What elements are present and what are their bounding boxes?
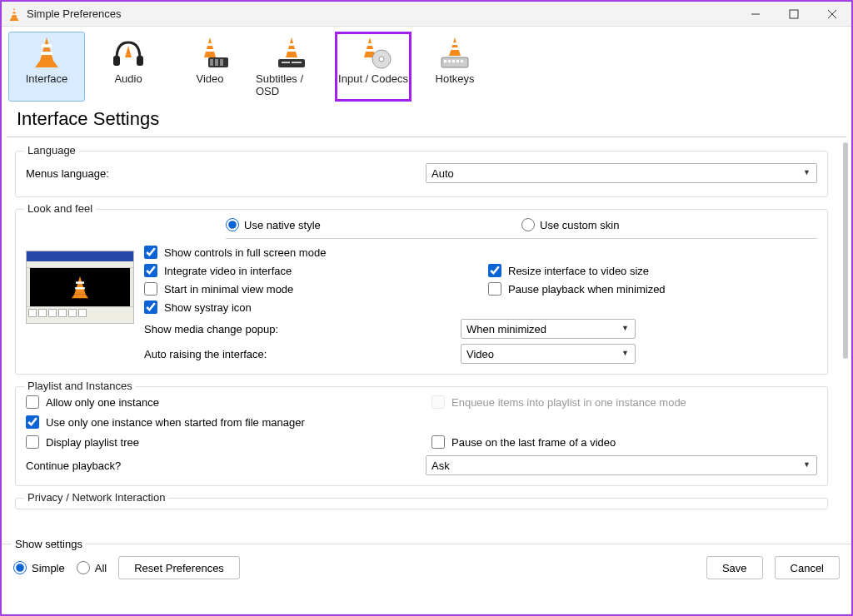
integrate-video-checkbox[interactable]: Integrate video in interface [144, 264, 473, 277]
group-legend: Playlist and Instances [24, 380, 136, 392]
tab-label: Subtitles / OSD [256, 72, 327, 97]
tab-input-codecs[interactable]: Input / Codecs [335, 32, 412, 102]
svg-marker-11 [35, 61, 58, 67]
svg-rect-44 [75, 287, 85, 290]
style-native-radio[interactable]: Use native style [226, 218, 521, 231]
group-look-and-feel: Look and feel Use native style Use custo… [15, 209, 828, 375]
group-legend: Language [24, 144, 79, 156]
minimize-button[interactable] [736, 2, 775, 27]
svg-marker-8 [40, 37, 53, 61]
group-playlist: Playlist and Instances Allow only one in… [15, 386, 828, 486]
svg-rect-27 [292, 62, 302, 63]
close-button[interactable] [813, 2, 851, 27]
svg-rect-19 [210, 59, 213, 66]
show-systray-checkbox[interactable]: Show systray icon [144, 301, 473, 314]
disc-icon [353, 36, 393, 69]
svg-rect-10 [41, 52, 52, 55]
style-preview-image [26, 251, 134, 324]
show-settings-label: Show settings [12, 538, 86, 550]
tab-label: Audio [114, 72, 142, 85]
cancel-button[interactable]: Cancel [775, 556, 840, 579]
show-simple-radio[interactable]: Simple [13, 561, 65, 574]
media-popup-label: Show media change popup: [144, 323, 461, 335]
group-legend: Look and feel [24, 202, 96, 215]
svg-marker-14 [125, 46, 132, 57]
start-minimal-checkbox[interactable]: Start in minimal view mode [144, 282, 473, 296]
one-instance-from-fm-checkbox[interactable]: Use only one instance when started from … [26, 415, 817, 429]
svg-rect-34 [451, 42, 459, 45]
film-icon [190, 36, 230, 69]
save-button[interactable]: Save [706, 556, 763, 579]
svg-rect-39 [452, 60, 455, 62]
show-controls-fullscreen-checkbox[interactable]: Show controls in full screen mode [144, 246, 473, 259]
group-legend: Privacy / Network Interaction [24, 491, 168, 504]
show-all-radio[interactable]: All [77, 561, 107, 574]
svg-rect-35 [450, 47, 460, 50]
svg-rect-41 [461, 60, 463, 62]
keyboard-icon [435, 36, 475, 69]
display-playlist-tree-checkbox[interactable]: Display playlist tree [26, 435, 412, 449]
svg-marker-3 [9, 17, 18, 20]
vlc-app-icon [7, 7, 22, 22]
enqueue-items-checkbox: Enqueue items into playlist in one insta… [431, 395, 817, 409]
tab-label: Hotkeys [436, 72, 475, 85]
svg-rect-5 [790, 10, 798, 18]
scrollbar-thumb[interactable] [843, 142, 848, 359]
maximize-button[interactable] [775, 2, 813, 27]
tab-label: Input / Codecs [338, 72, 408, 85]
pause-last-frame-checkbox[interactable]: Pause on the last frame of a video [431, 435, 817, 449]
svg-marker-42 [74, 276, 85, 295]
svg-marker-45 [72, 294, 88, 298]
settings-pane: Language Menus language: Auto Look and f… [2, 137, 841, 544]
svg-rect-43 [76, 281, 84, 284]
style-custom-radio[interactable]: Use custom skin [521, 218, 817, 231]
svg-point-32 [379, 57, 384, 62]
bottom-bar: Show settings Simple All Reset Preferenc… [2, 544, 851, 592]
page-title: Interface Settings [7, 105, 846, 137]
svg-marker-15 [204, 37, 216, 57]
tab-hotkeys[interactable]: Hotkeys [417, 32, 493, 102]
svg-marker-33 [449, 37, 461, 56]
resize-to-video-checkbox[interactable]: Resize interface to video size [488, 264, 817, 277]
svg-rect-16 [206, 43, 214, 46]
menus-language-combo[interactable]: Auto [426, 163, 817, 183]
svg-rect-26 [282, 62, 290, 63]
svg-rect-24 [287, 49, 297, 52]
window-title: Simple Preferences [27, 7, 121, 20]
tab-interface[interactable]: Interface [8, 32, 85, 102]
svg-rect-37 [444, 60, 446, 62]
svg-rect-1 [12, 10, 17, 12]
category-tabs: Interface Audio Video Subtitles / OSD In… [2, 27, 851, 105]
vertical-scrollbar[interactable] [841, 137, 851, 544]
tab-audio[interactable]: Audio [90, 32, 167, 102]
subtitles-icon [272, 36, 312, 69]
svg-rect-38 [448, 60, 451, 62]
reset-preferences-button[interactable]: Reset Preferences [118, 556, 240, 579]
cone-icon [27, 36, 67, 69]
group-privacy: Privacy / Network Interaction [15, 498, 828, 509]
svg-rect-2 [12, 13, 17, 15]
auto-raise-combo[interactable]: Video [461, 344, 636, 364]
allow-one-instance-checkbox[interactable]: Allow only one instance [26, 395, 412, 409]
svg-rect-23 [287, 43, 296, 46]
menus-language-label: Menus language: [26, 167, 426, 180]
tab-label: Interface [26, 72, 68, 85]
auto-raise-label: Auto raising the interface: [144, 348, 461, 360]
svg-rect-40 [456, 60, 459, 62]
radio-label: Use native style [244, 219, 321, 231]
svg-rect-12 [113, 56, 120, 66]
continue-playback-label: Continue playback? [26, 460, 426, 472]
tab-video[interactable]: Video [172, 32, 248, 102]
tab-subtitles[interactable]: Subtitles / OSD [253, 32, 330, 102]
svg-rect-21 [220, 59, 223, 66]
pause-when-minimized-checkbox[interactable]: Pause playback when minimized [488, 282, 817, 296]
svg-rect-29 [366, 43, 374, 46]
radio-label: Use custom skin [540, 219, 619, 231]
tab-label: Video [196, 72, 223, 85]
headphones-icon [108, 36, 148, 69]
svg-rect-13 [137, 56, 143, 66]
titlebar: Simple Preferences [2, 2, 851, 27]
svg-rect-30 [365, 49, 375, 52]
media-popup-combo[interactable]: When minimized [461, 319, 636, 339]
continue-playback-combo[interactable]: Ask [426, 455, 817, 475]
